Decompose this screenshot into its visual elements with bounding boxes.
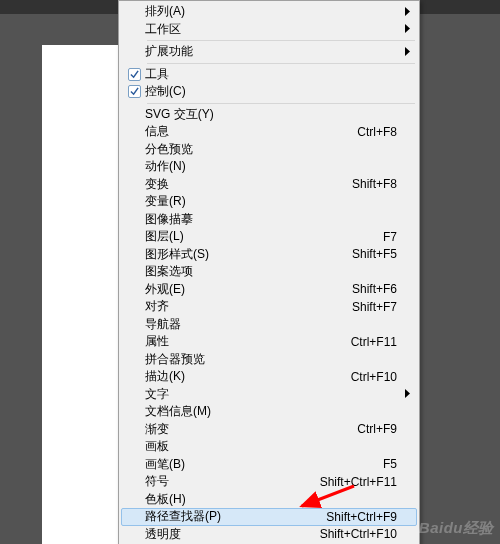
menu-item[interactable]: SVG 交互(Y) [121,106,417,124]
menu-item[interactable]: 信息Ctrl+F8 [121,123,417,141]
menu-item[interactable]: 工作区 [121,21,417,39]
menu-item[interactable]: 描边(K)Ctrl+F10 [121,368,417,386]
menu-item[interactable]: 排列(A) [121,3,417,21]
submenu-arrow-icon [405,5,411,19]
submenu-arrow-icon [405,45,411,59]
menu-item-label: 图像描摹 [145,211,397,228]
checkmark-icon [123,85,145,98]
menu-item-label: 画笔(B) [145,456,383,473]
menu-item-shortcut: Ctrl+F10 [351,370,397,384]
menu-item-label: 透明度 [145,526,320,543]
menu-item[interactable]: 渐变Ctrl+F9 [121,421,417,439]
menu-item-shortcut: F7 [383,230,397,244]
menu-item-label: 变量(R) [145,193,397,210]
menu-item[interactable]: 色板(H) [121,491,417,509]
menu-item-shortcut: Ctrl+F11 [351,335,397,349]
menu-item-label: 控制(C) [145,83,397,100]
submenu-arrow-icon [405,387,411,401]
menu-item-label: 描边(K) [145,368,351,385]
menu-item-shortcut: F5 [383,457,397,471]
menu-item[interactable]: 图形样式(S)Shift+F5 [121,246,417,264]
menu-item[interactable]: 文档信息(M) [121,403,417,421]
menu-item[interactable]: 拼合器预览 [121,351,417,369]
menu-item-label: SVG 交互(Y) [145,106,397,123]
menu-item-label: 动作(N) [145,158,397,175]
menu-item[interactable]: 属性Ctrl+F11 [121,333,417,351]
menu-item[interactable]: 外观(E)Shift+F6 [121,281,417,299]
menu-item[interactable]: 工具 [121,66,417,84]
submenu-arrow-icon [405,22,411,36]
window-dropdown-menu: 排列(A)工作区扩展功能工具控制(C)SVG 交互(Y)信息Ctrl+F8分色预… [118,0,420,544]
menu-item-label: 排列(A) [145,3,397,20]
menu-item[interactable]: 对齐Shift+F7 [121,298,417,316]
watermark: Bai͏d͏u经验 [419,519,494,538]
menu-item-label: 路径查找器(P) [145,508,326,525]
menu-item[interactable]: 变换Shift+F8 [121,176,417,194]
menu-item-shortcut: Shift+F8 [352,177,397,191]
menu-item[interactable]: 导航器 [121,316,417,334]
menu-item-label: 外观(E) [145,281,352,298]
menu-separator [147,103,415,104]
menu-item-label: 对齐 [145,298,352,315]
document-canvas [42,45,122,544]
menu-item-shortcut: Shift+Ctrl+F10 [320,527,397,541]
menu-item-shortcut: Ctrl+F9 [357,422,397,436]
menu-item-label: 符号 [145,473,320,490]
menu-item-label: 扩展功能 [145,43,397,60]
menu-item[interactable]: 扩展功能 [121,43,417,61]
menu-item[interactable]: 控制(C) [121,83,417,101]
menu-item-label: 属性 [145,333,351,350]
menu-item[interactable]: 画板 [121,438,417,456]
menu-item-label: 工作区 [145,21,397,38]
menu-item-shortcut: Shift+Ctrl+F9 [326,510,397,524]
menu-item[interactable]: 符号Shift+Ctrl+F11 [121,473,417,491]
menu-item-label: 导航器 [145,316,397,333]
menu-item-label: 图形样式(S) [145,246,352,263]
menu-item[interactable]: 画笔(B)F5 [121,456,417,474]
menu-item[interactable]: 图层(L)F7 [121,228,417,246]
menu-item-label: 图案选项 [145,263,397,280]
menu-separator [147,40,415,41]
menu-item-label: 工具 [145,66,397,83]
menu-item-label: 色板(H) [145,491,397,508]
menu-item-label: 文字 [145,386,397,403]
menu-item-shortcut: Shift+F6 [352,282,397,296]
menu-item[interactable]: 动作(N) [121,158,417,176]
menu-item-label: 画板 [145,438,397,455]
menu-item[interactable]: 变量(R) [121,193,417,211]
menu-item-shortcut: Shift+F5 [352,247,397,261]
menu-item-shortcut: Ctrl+F8 [357,125,397,139]
menu-item[interactable]: 文字 [121,386,417,404]
menu-item-label: 分色预览 [145,141,397,158]
menu-item-label: 文档信息(M) [145,403,397,420]
menu-item-shortcut: Shift+F7 [352,300,397,314]
menu-item-shortcut: Shift+Ctrl+F11 [320,475,397,489]
checkmark-icon [123,68,145,81]
menu-item-label: 变换 [145,176,352,193]
menu-item[interactable]: 路径查找器(P)Shift+Ctrl+F9 [121,508,417,526]
menu-item[interactable]: 分色预览 [121,141,417,159]
menu-item[interactable]: 图像描摹 [121,211,417,229]
menu-item-label: 渐变 [145,421,357,438]
menu-separator [147,63,415,64]
menu-item-label: 拼合器预览 [145,351,397,368]
menu-item[interactable]: 透明度Shift+Ctrl+F10 [121,526,417,544]
menu-item-label: 图层(L) [145,228,383,245]
menu-item-label: 信息 [145,123,357,140]
menu-item[interactable]: 图案选项 [121,263,417,281]
